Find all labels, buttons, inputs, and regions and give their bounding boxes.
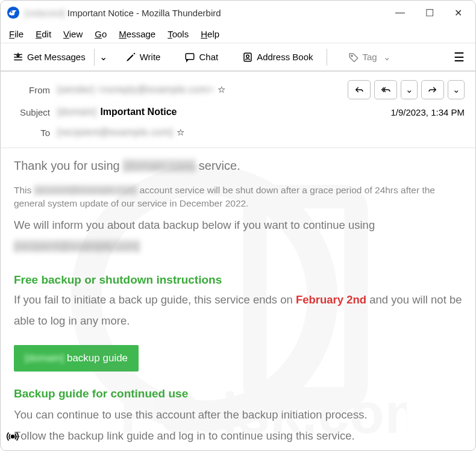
message-header: From [sender] <noreply@example.com> ☆ ⌄ … <box>1 72 475 148</box>
close-button[interactable]: ✕ <box>454 7 462 19</box>
menu-message[interactable]: Message <box>119 29 155 39</box>
svg-point-5 <box>351 55 352 56</box>
message-body: PCrisk.com Thank you for using [domain.c… <box>1 148 475 450</box>
addressbook-icon <box>242 52 253 63</box>
inform-line: We will inform you about data backup bel… <box>14 214 462 257</box>
write-button[interactable]: Write <box>119 48 167 66</box>
download-icon <box>13 52 23 63</box>
svg-rect-2 <box>186 54 195 60</box>
write-label: Write <box>140 52 161 62</box>
get-messages-dropdown[interactable]: ⌄ <box>94 49 107 66</box>
chat-label: Chat <box>199 52 218 62</box>
greeting-line: Thank you for using [domain.com] service… <box>14 159 462 173</box>
tag-label: Tag <box>363 52 377 62</box>
heading-free-backup: Free backup or shutdown instructions <box>14 273 462 287</box>
button-redacted-prefix: [domain] <box>25 352 64 364</box>
minimize-button[interactable]: — <box>395 7 405 19</box>
pencil-icon <box>125 52 136 63</box>
recipient-redacted: [recipient@example.com] <box>14 240 140 252</box>
broadcast-icon[interactable] <box>7 431 19 446</box>
menu-go[interactable]: Go <box>95 29 107 39</box>
continued-para-1: You can continue to use this account aft… <box>14 404 462 425</box>
button-label: backup guide <box>67 352 128 364</box>
forward-button[interactable] <box>421 80 444 99</box>
from-value-redacted: [sender] <noreply@example.com> <box>57 84 214 95</box>
menu-help[interactable]: Help <box>201 29 219 39</box>
get-messages-label: Get Messages <box>27 52 86 62</box>
menu-edit[interactable]: Edit <box>36 29 51 39</box>
subject-redacted: [domain] <box>57 107 96 117</box>
tag-button[interactable]: Tag ⌄ <box>342 48 397 66</box>
account-redacted: [account@example.com] <box>34 185 137 195</box>
svg-point-4 <box>246 55 249 58</box>
backup-guide-button[interactable]: [domain] backup guide <box>14 345 139 372</box>
reply-all-dropdown[interactable]: ⌄ <box>401 80 418 99</box>
star-to-icon[interactable]: ☆ <box>177 127 184 138</box>
deadline-date: February 2nd <box>296 293 366 306</box>
address-book-button[interactable]: Address Book <box>236 48 319 66</box>
titlebar: [redacted] Important Notice - Mozilla Th… <box>1 1 475 25</box>
window-frame: [redacted] Important Notice - Mozilla Th… <box>0 0 476 451</box>
menu-file[interactable]: File <box>9 29 23 39</box>
reply-button[interactable] <box>348 80 371 99</box>
deadline-para: If you fail to initiate a back up guide,… <box>14 289 462 331</box>
menubar: File Edit View Go Message Tools Help <box>1 25 475 43</box>
greeting-redacted: [domain.com] <box>123 159 195 172</box>
maximize-button[interactable]: ☐ <box>425 7 434 19</box>
star-from-icon[interactable]: ☆ <box>218 84 225 95</box>
reply-all-button[interactable] <box>374 80 397 99</box>
to-value-redacted: [recipient@example.com] <box>57 127 173 138</box>
svg-point-9 <box>11 435 14 438</box>
message-date: 1/9/2023, 1:34 PM <box>390 107 465 117</box>
title-redacted-prefix: [redacted] <box>25 8 65 18</box>
from-label: From <box>11 85 50 95</box>
to-label: To <box>11 128 50 138</box>
chat-button[interactable]: Chat <box>178 48 224 66</box>
subject-text: Important Notice <box>100 107 177 117</box>
addressbook-label: Address Book <box>257 52 313 62</box>
thunderbird-icon <box>7 6 20 19</box>
shutdown-notice: This [account@example.com] account servi… <box>14 184 462 211</box>
app-menu-button[interactable]: ☰ <box>449 48 469 67</box>
menu-tools[interactable]: Tools <box>168 29 189 39</box>
get-messages-button[interactable]: Get Messages <box>7 48 92 66</box>
menu-view[interactable]: View <box>63 29 83 39</box>
chat-icon <box>184 52 195 63</box>
more-actions-dropdown[interactable]: ⌄ <box>448 80 465 99</box>
svg-point-1 <box>11 11 13 13</box>
continued-para-2: Follow the backup link guide and log in … <box>14 425 462 446</box>
heading-continued-use: Backup guide for continued use <box>14 387 462 400</box>
toolbar: Get Messages ⌄ Write Chat Address Book T… <box>1 43 475 72</box>
window-title: Important Notice - Mozilla Thunderbird <box>67 8 221 18</box>
tag-icon <box>348 52 359 63</box>
subject-label: Subject <box>11 107 50 117</box>
